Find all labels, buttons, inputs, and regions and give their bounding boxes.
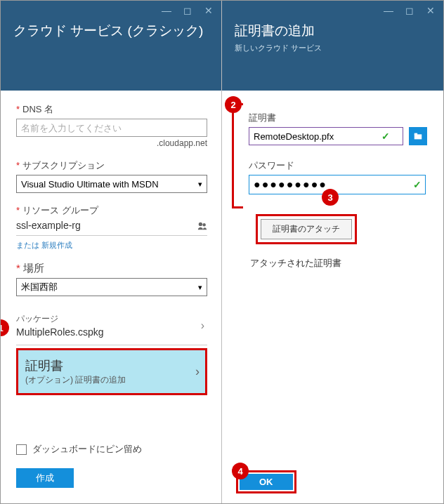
password-field: パスワード ✓: [249, 159, 429, 194]
blade-title-left: クラウド サービス (クラシック): [13, 22, 209, 40]
blade-header-left: — ◻ ✕ クラウド サービス (クラシック): [1, 1, 221, 91]
left-footer: ダッシュボードにピン留め 作成: [1, 433, 221, 503]
dns-input[interactable]: [16, 119, 207, 137]
certificate-title: 証明書: [25, 357, 126, 374]
package-row[interactable]: パッケージ MultipleRoles.cspkg ›: [16, 307, 207, 345]
minimize-icon[interactable]: —: [381, 4, 396, 18]
pin-checkbox[interactable]: ダッシュボードにピン留め: [16, 443, 207, 456]
attach-certificate-button[interactable]: 証明書のアタッチ: [261, 219, 352, 239]
chevron-down-icon: ▾: [198, 283, 202, 292]
minimize-icon[interactable]: —: [159, 4, 174, 18]
package-value: MultipleRoles.cspkg: [16, 326, 104, 338]
dns-suffix: .cloudapp.net: [16, 138, 207, 148]
subscription-field: *サブスクリプション Visual Studio Ultimate with M…: [16, 159, 207, 193]
blade-subtitle-right: 新しいクラウド サービス: [235, 43, 431, 53]
close-icon[interactable]: ✕: [424, 4, 438, 18]
callout-2: 2: [225, 96, 242, 113]
callout-4: 4: [232, 463, 249, 479]
chevron-down-icon: ▾: [198, 180, 202, 189]
location-label: *場所: [16, 262, 207, 275]
resource-group-value: ssl-example-rg: [16, 220, 81, 231]
folder-icon: [413, 131, 423, 141]
group-icon: [197, 221, 207, 231]
password-input[interactable]: [249, 175, 426, 194]
create-new-rg-link[interactable]: または 新規作成: [16, 240, 207, 251]
cert-file-label: 証明書: [249, 112, 429, 124]
blade-header-right: — ◻ ✕ 証明書の追加 新しいクラウド サービス: [222, 1, 443, 91]
browse-file-button[interactable]: [409, 127, 427, 145]
svg-point-1: [202, 223, 205, 226]
location-field: *場所 米国西部 ▾: [16, 262, 207, 296]
certificate-subtitle: (オプション) 証明書の追加: [25, 374, 126, 386]
certificate-row[interactable]: 証明書 (オプション) 証明書の追加 ›: [16, 348, 207, 395]
window-controls-right: — ◻ ✕: [381, 4, 438, 18]
chevron-right-icon: ›: [201, 319, 204, 332]
callout-3: 3: [322, 189, 339, 206]
create-button[interactable]: 作成: [16, 468, 74, 488]
svg-rect-2: [414, 134, 422, 139]
subscription-select[interactable]: Visual Studio Ultimate with MSDN ▾: [16, 175, 207, 193]
package-label: パッケージ: [16, 313, 104, 325]
left-content: 1 *DNS 名 .cloudapp.net *サブスクリプション Visual…: [1, 91, 221, 433]
callout-1: 1: [1, 319, 9, 336]
add-certificate-blade: — ◻ ✕ 証明書の追加 新しいクラウド サービス 2 3 証明書 ✓ パスワー…: [222, 1, 443, 503]
restore-icon[interactable]: ◻: [181, 4, 195, 18]
ok-button[interactable]: OK: [240, 474, 293, 490]
password-label: パスワード: [249, 159, 429, 172]
cert-file-input[interactable]: [249, 127, 403, 145]
right-footer: 4 OK: [222, 460, 443, 503]
checkbox-box-icon: [16, 444, 27, 455]
check-icon: ✓: [381, 131, 390, 142]
svg-rect-3: [414, 133, 417, 135]
cloud-service-blade: — ◻ ✕ クラウド サービス (クラシック) 1 *DNS 名 .clouda…: [1, 1, 222, 503]
chevron-right-icon: ›: [195, 364, 200, 379]
callout-2-bracket: [232, 103, 243, 208]
location-select[interactable]: 米国西部 ▾: [16, 278, 207, 296]
dns-field: *DNS 名 .cloudapp.net: [16, 103, 207, 148]
resource-group-label: *リソース グループ: [16, 204, 207, 217]
restore-icon[interactable]: ◻: [403, 4, 417, 18]
close-icon[interactable]: ✕: [202, 4, 216, 18]
dns-label: *DNS 名: [16, 103, 207, 116]
blade-title-right: 証明書の追加: [235, 22, 431, 40]
right-content: 2 3 証明書 ✓ パスワード ✓ 証明書のアタッチ アタ: [222, 91, 443, 460]
window-controls-left: — ◻ ✕: [159, 4, 216, 18]
check-icon: ✓: [413, 179, 422, 190]
cert-file-field: 証明書 ✓: [249, 112, 429, 145]
resource-group-field: *リソース グループ ssl-example-rg または 新規作成: [16, 204, 207, 251]
attached-certs-label: アタッチされた証明書: [250, 257, 429, 270]
subscription-label: *サブスクリプション: [16, 159, 207, 172]
svg-point-0: [199, 223, 202, 226]
